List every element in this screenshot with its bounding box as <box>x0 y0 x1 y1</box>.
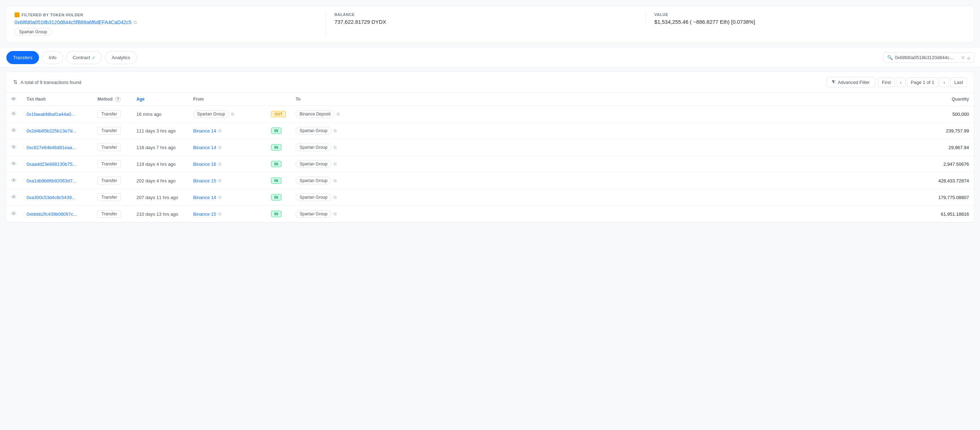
copy-from-icon[interactable]: ⧉ <box>218 195 221 200</box>
pagination-last-button[interactable]: Last <box>950 78 967 87</box>
pagination-first-button[interactable]: First <box>878 78 894 87</box>
from-entity-link[interactable]: Binance 15 <box>193 211 216 217</box>
row-quantity-cell: 61,951.18816 <box>369 206 974 222</box>
table-row: 👁 0x1faeabfdbaf1a44a0... Transfer 16 min… <box>6 106 974 122</box>
method-badge: Transfer <box>97 194 121 201</box>
col-header-quantity: Quantity <box>369 93 974 106</box>
col-header-age[interactable]: Age <box>132 93 188 106</box>
spartan-group-tag[interactable]: Spartan Group <box>14 28 52 36</box>
row-method-cell: Transfer <box>92 173 132 189</box>
txn-hash-link[interactable]: 0x2d4b85b225b13e7d... <box>27 128 76 133</box>
copy-from-icon[interactable]: ⧉ <box>218 145 221 150</box>
row-txn-hash-cell: 0x1faeabfdbaf1a44a0... <box>22 106 92 122</box>
copy-to-icon[interactable]: ⧉ <box>334 162 337 167</box>
eye-icon[interactable]: 👁 <box>11 211 17 217</box>
from-entity-link[interactable]: Binance 14 <box>193 195 216 200</box>
eye-icon[interactable]: 👁 <box>11 161 17 167</box>
from-entity-link[interactable]: Binance 15 <box>193 178 216 184</box>
copy-from-icon[interactable]: ⧉ <box>218 162 221 167</box>
tab-info[interactable]: Info <box>42 51 63 64</box>
search-clear-icon[interactable]: ✕ <box>961 55 965 60</box>
from-entity-link[interactable]: Binance 14 <box>193 128 216 133</box>
row-to-cell: Spartan Group ⧉ <box>291 206 369 222</box>
table-row: 👁 0xaadd23e688130b75... Transfer 119 day… <box>6 156 974 173</box>
row-to-cell: Binance Deposit ⧉ <box>291 106 369 122</box>
row-from-cell: Binance 15 ⧉ <box>188 173 266 189</box>
row-age-cell: 210 days 13 hrs ago <box>132 206 188 222</box>
col-header-to: To <box>291 93 369 106</box>
copy-to-icon[interactable]: ⧉ <box>337 111 340 117</box>
top-card: FILTERED BY TOKEN HOLDER 0x68fd0a0518b31… <box>6 6 974 43</box>
txn-hash-link[interactable]: 0xa300c53d4c8c5439... <box>27 195 75 200</box>
method-help-icon[interactable]: ? <box>115 97 121 102</box>
quantity-text: 29,967.94 <box>948 145 969 150</box>
age-text: 111 days 3 hrs ago <box>137 128 176 133</box>
txn-hash-link[interactable]: 0xbbbb2fc439b08097c... <box>27 211 77 217</box>
method-badge: Transfer <box>97 160 121 168</box>
row-direction-cell: IN <box>266 206 291 222</box>
copy-to-icon[interactable]: ⧉ <box>334 195 337 200</box>
row-age-cell: 207 days 11 hrs ago <box>132 189 188 206</box>
method-badge: Transfer <box>97 110 121 118</box>
direction-badge: IN <box>271 194 282 200</box>
row-txn-hash-cell: 0xa300c53d4c8c5439... <box>22 189 92 206</box>
row-to-cell: Spartan Group ⧉ <box>291 173 369 189</box>
value-label: VALUE <box>654 13 957 17</box>
eye-icon[interactable]: 👁 <box>11 127 17 133</box>
row-from-cell: Binance 14 ⧉ <box>188 122 266 139</box>
row-method-cell: Transfer <box>92 156 132 173</box>
txn-hash-link[interactable]: 0xa1db9b86b92063d7... <box>27 178 76 184</box>
direction-badge: OUT <box>271 111 286 117</box>
copy-to-icon[interactable]: ⧉ <box>334 211 337 216</box>
copy-address-icon[interactable]: ⧉ <box>134 19 137 25</box>
from-entity-link[interactable]: Binance 14 <box>193 145 216 150</box>
copy-to-icon[interactable]: ⧉ <box>334 128 337 133</box>
row-to-cell: Spartan Group ⧉ <box>291 122 369 139</box>
address-link[interactable]: 0x68fd0a0518b3120d844c5fB88a6f6dEFA4CaD4… <box>14 19 317 25</box>
tab-analytics[interactable]: Analytics <box>105 51 137 64</box>
row-txn-hash-cell: 0xa1db9b86b92063d7... <box>22 173 92 189</box>
row-age-cell: 16 mins ago <box>132 106 188 122</box>
txn-hash-link[interactable]: 0xc827e64b46d91eaa... <box>27 145 76 150</box>
eye-icon[interactable]: 👁 <box>11 194 17 200</box>
row-age-cell: 119 days 4 hrs ago <box>132 156 188 173</box>
row-quantity-cell: 29,967.94 <box>369 139 974 156</box>
row-method-cell: Transfer <box>92 122 132 139</box>
row-eye-cell: 👁 <box>6 156 22 173</box>
row-to-cell: Spartan Group ⧉ <box>291 189 369 206</box>
copy-from-icon[interactable]: ⧉ <box>218 211 221 216</box>
quantity-text: 179,775.08807 <box>938 195 969 200</box>
search-submit-icon[interactable]: ⌕ <box>967 54 970 60</box>
copy-from-icon[interactable]: ⧉ <box>218 178 221 183</box>
method-badge: Transfer <box>97 177 121 184</box>
eye-icon[interactable]: 👁 <box>11 178 17 184</box>
row-txn-hash-cell: 0xbbbb2fc439b08097c... <box>22 206 92 222</box>
filter-label: FILTERED BY TOKEN HOLDER <box>14 13 317 17</box>
method-badge: Transfer <box>97 127 121 135</box>
row-quantity-cell: 2,947.50676 <box>369 156 974 173</box>
age-text: 16 mins ago <box>137 111 162 117</box>
row-direction-cell: IN <box>266 122 291 139</box>
copy-from-icon[interactable]: ⧉ <box>218 128 221 133</box>
copy-to-icon[interactable]: ⧉ <box>334 145 337 150</box>
row-txn-hash-cell: 0xaadd23e688130b75... <box>22 156 92 173</box>
age-text: 202 days 4 hrs ago <box>137 178 176 184</box>
tab-contract[interactable]: Contract ✓ <box>66 51 102 64</box>
quantity-text: 428,433.72874 <box>938 178 969 184</box>
row-method-cell: Transfer <box>92 189 132 206</box>
from-entity-link[interactable]: Binance 16 <box>193 162 216 167</box>
copy-from-icon[interactable]: ⧉ <box>231 111 234 117</box>
contract-check-icon: ✓ <box>92 55 95 60</box>
table-row: 👁 0xa300c53d4c8c5439... Transfer 207 day… <box>6 189 974 206</box>
eye-icon[interactable]: 👁 <box>11 144 17 150</box>
txn-hash-link[interactable]: 0x1faeabfdbaf1a44a0... <box>27 111 75 117</box>
eye-icon[interactable]: 👁 <box>11 111 17 117</box>
copy-to-icon[interactable]: ⧉ <box>334 178 337 183</box>
pagination-next-button[interactable]: › <box>940 78 949 87</box>
txn-hash-link[interactable]: 0xaadd23e688130b75... <box>27 162 76 167</box>
value-text: $1,534,255.46 ( ~886.8277 Eth) [0.0738%] <box>654 19 957 25</box>
tab-transfers[interactable]: Transfers <box>6 51 39 64</box>
pagination-prev-button[interactable]: ‹ <box>896 78 905 87</box>
search-address-input[interactable] <box>895 55 959 60</box>
advanced-filter-button[interactable]: ⧨ Advanced Filter <box>827 77 875 87</box>
